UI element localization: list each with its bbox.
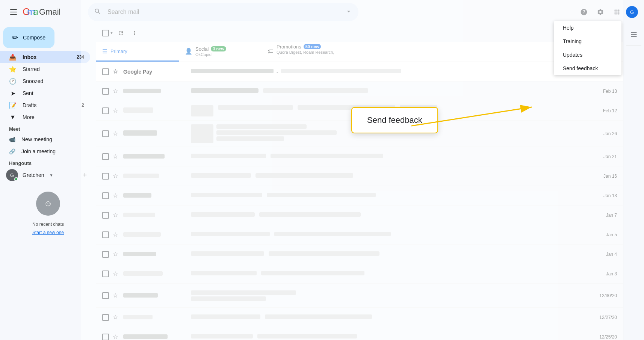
table-row[interactable]: ☆ Feb 13 (96, 82, 623, 101)
hangout-user-item[interactable]: G Gretchen ▼ + (0, 168, 96, 183)
email-sender (123, 193, 191, 199)
star-icon[interactable]: ☆ (113, 192, 120, 199)
sidebar-item-more[interactable]: ▼ More (0, 111, 90, 123)
settings-button[interactable] (593, 5, 608, 20)
google-g-icon: G m a i l (23, 7, 38, 17)
search-chevron-icon[interactable] (345, 8, 352, 17)
row-checkbox[interactable] (102, 212, 110, 219)
dropdown-item-training[interactable]: Training (554, 35, 621, 48)
user-avatar[interactable]: G (626, 6, 638, 18)
help-button[interactable] (576, 5, 591, 20)
table-row[interactable]: ☆ Jan 16 (96, 166, 623, 186)
gmail-logo[interactable]: G m a i l Gmail (23, 7, 60, 17)
refresh-button[interactable] (115, 27, 127, 39)
row-checkbox[interactable] (102, 130, 110, 137)
primary-tab-label: Primary (110, 48, 127, 54)
star-icon[interactable]: ☆ (113, 107, 120, 114)
table-row[interactable]: ☆ 12/25/20 (96, 327, 623, 340)
starred-label: Starred (23, 66, 40, 72)
star-icon[interactable]: ☆ (113, 68, 120, 75)
row-checkbox[interactable] (102, 192, 110, 199)
apps-button[interactable] (609, 5, 624, 20)
email-date: Jan 5 (587, 232, 617, 237)
email-sender (123, 130, 191, 137)
join-meeting-icon: 🔗 (9, 148, 15, 154)
row-checkbox[interactable] (102, 231, 110, 238)
sidebar-item-starred[interactable]: ⭐ Starred (0, 63, 90, 75)
topbar: G m a i l Gmail (0, 0, 644, 24)
star-icon[interactable]: ☆ (113, 333, 120, 340)
row-checkbox[interactable] (102, 292, 110, 299)
email-date: 12/25/20 (587, 334, 617, 340)
tab-promotions[interactable]: 🏷 Promotions 50 new Quora Digest, Roam R… (262, 42, 344, 62)
row-checkbox[interactable] (102, 314, 110, 321)
starred-icon: ⭐ (9, 66, 17, 73)
table-row[interactable]: ☆ Jan 3 (96, 264, 623, 284)
sidebar-item-join-meeting[interactable]: 🔗 Join a meeting (0, 145, 90, 157)
more-options-button[interactable] (128, 27, 141, 39)
hangout-chevron-icon: ▼ (50, 173, 53, 177)
row-checkbox[interactable] (102, 270, 110, 277)
dropdown-item-updates[interactable]: Updates (554, 48, 621, 62)
hamburger-icon (10, 9, 17, 15)
star-icon[interactable]: ☆ (113, 172, 120, 180)
table-row[interactable]: ☆ Google Pay - Mar 2 (96, 62, 623, 82)
sidebar-item-sent[interactable]: ➤ Sent (0, 87, 90, 99)
search-bar (88, 3, 358, 21)
email-sender (123, 251, 191, 257)
table-row[interactable]: ☆ Jan 13 (96, 186, 623, 206)
sidebar-item-inbox[interactable]: 📥 Inbox 234 (0, 51, 90, 63)
table-row[interactable]: ☆ Jan 7 (96, 206, 623, 225)
email-sender (123, 293, 191, 299)
inbox-label: Inbox (23, 54, 36, 60)
snoozed-label: Snoozed (23, 78, 43, 84)
star-icon[interactable]: ☆ (113, 212, 120, 219)
row-checkbox[interactable] (102, 173, 110, 180)
topbar-left: G m a i l Gmail (6, 5, 85, 20)
row-checkbox[interactable] (102, 153, 110, 160)
sidebar-item-new-meeting[interactable]: 📹 New meeting (0, 133, 90, 145)
start-new-chat-link[interactable]: Start a new one (0, 230, 96, 238)
row-checkbox[interactable] (102, 68, 110, 75)
email-content-preview (191, 154, 587, 160)
search-input[interactable] (88, 3, 358, 21)
row-checkbox[interactable] (102, 334, 110, 340)
star-icon[interactable]: ☆ (113, 270, 120, 277)
email-sender: Google Pay (123, 69, 191, 75)
star-icon[interactable]: ☆ (113, 153, 120, 160)
table-row[interactable]: ☆ Jan 5 (96, 225, 623, 245)
select-all-check[interactable]: ▼ (102, 30, 113, 36)
search-svg (94, 8, 101, 15)
add-hangout-button[interactable]: + (80, 170, 90, 180)
compose-button[interactable]: ✏ Compose (3, 27, 54, 48)
sidebar-item-snoozed[interactable]: 🕐 Snoozed (0, 75, 90, 87)
promotions-tab-icon: 🏷 (268, 48, 274, 55)
primary-tab-icon: ☰ (102, 48, 107, 55)
star-icon[interactable]: ☆ (113, 130, 120, 137)
star-icon[interactable]: ☆ (113, 88, 120, 95)
star-icon[interactable]: ☆ (113, 251, 120, 258)
join-meeting-label: Join a meeting (21, 148, 56, 154)
sidebar-item-drafts[interactable]: 📝 Drafts 2 (0, 99, 90, 111)
star-icon[interactable]: ☆ (113, 292, 120, 299)
row-checkbox[interactable] (102, 251, 110, 258)
star-icon[interactable]: ☆ (113, 231, 120, 238)
inbox-icon: 📥 (9, 54, 17, 61)
right-panel-toggle[interactable] (626, 27, 641, 42)
select-all-checkbox[interactable] (102, 30, 109, 36)
dropdown-item-send-feedback[interactable]: Send feedback (554, 62, 621, 75)
toolbar: ▼ (96, 24, 623, 42)
row-checkbox[interactable] (102, 88, 110, 95)
row-checkbox[interactable] (102, 107, 110, 114)
table-row[interactable]: ☆ 12/27/20 (96, 308, 623, 327)
tab-social[interactable]: 👤 Social 3 new OkCupid (179, 42, 262, 62)
table-row[interactable]: ☆ Jan 4 (96, 245, 623, 264)
table-row[interactable]: ☆ Jan 21 (96, 147, 623, 166)
chevron-down-svg (345, 8, 352, 15)
dropdown-item-help[interactable]: Help (554, 21, 621, 35)
table-row[interactable]: ☆ 12/30/20 (96, 284, 623, 308)
star-icon[interactable]: ☆ (113, 314, 120, 321)
select-dropdown-icon[interactable]: ▼ (110, 31, 113, 35)
tab-primary[interactable]: ☰ Primary (96, 42, 179, 62)
hamburger-menu-button[interactable] (6, 5, 21, 20)
